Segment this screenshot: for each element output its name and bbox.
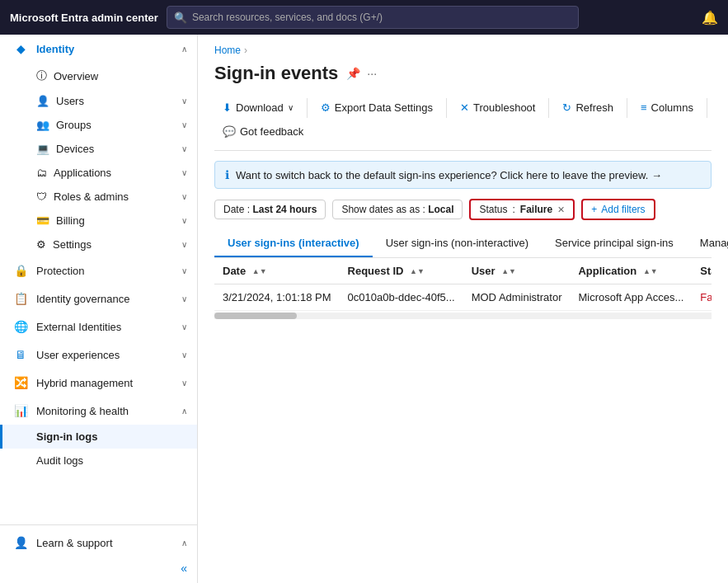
users-icon: 👤 <box>36 95 49 107</box>
date-filter-label: Date <box>223 204 244 215</box>
breadcrumb-home[interactable]: Home <box>214 45 241 56</box>
sidebar-item-settings[interactable]: ⚙ Settings ∨ <box>0 233 197 256</box>
breadcrumb-sep: › <box>244 45 247 56</box>
tab-managed-identity[interactable]: Managed identity <box>687 230 728 257</box>
chevron-down-icon: ∨ <box>181 294 187 303</box>
sidebar-collapse-button[interactable]: « <box>0 557 197 580</box>
sidebar-item-billing[interactable]: 💳 Billing ∨ <box>0 209 197 233</box>
top-bar: Microsoft Entra admin center 🔍 🔔 <box>0 0 728 35</box>
chevron-down-icon: ∨ <box>181 216 187 225</box>
search-icon: 🔍 <box>174 12 187 24</box>
refresh-button[interactable]: ↻ Refresh <box>554 97 622 118</box>
chevron-down-icon: ∨ <box>181 96 187 106</box>
collapse-icon: « <box>181 562 187 575</box>
search-input[interactable] <box>192 12 571 23</box>
more-options-icon[interactable]: ··· <box>367 67 377 80</box>
sidebar-item-devices[interactable]: 💻 Devices ∨ <box>0 137 197 161</box>
sidebar-item-protection[interactable]: 🔒 Protection ∨ <box>0 256 197 284</box>
status-filter-chip[interactable]: Status : Failure ✕ <box>469 199 575 220</box>
info-icon: ℹ <box>225 168 229 181</box>
sidebar-item-user-exp[interactable]: 🖥 User experiences ∨ <box>0 341 197 369</box>
sort-request-id-icon: ▲▼ <box>410 268 425 275</box>
chevron-down-icon: ∨ <box>181 266 187 275</box>
date-filter-chip[interactable]: Date : Last 24 hours <box>214 200 326 219</box>
scrollbar-thumb <box>214 313 297 319</box>
sidebar-item-groups[interactable]: 👥 Groups ∨ <box>0 113 197 137</box>
tab-non-interactive[interactable]: User sign-ins (non-interactive) <box>373 230 542 257</box>
sidebar-item-overview[interactable]: ⓘ Overview <box>0 63 197 89</box>
col-date[interactable]: Date ▲▼ <box>214 258 340 284</box>
col-application[interactable]: Application ▲▼ <box>570 258 692 284</box>
sidebar-item-external[interactable]: 🌐 External Identities ∨ <box>0 313 197 341</box>
learn-icon: 👤 <box>13 535 28 550</box>
sidebar-item-audit-logs[interactable]: Audit logs <box>0 449 197 473</box>
sort-user-icon: ▲▼ <box>501 268 516 275</box>
cell-application: Microsoft App Acces... <box>570 284 692 311</box>
external-icon: 🌐 <box>13 319 28 334</box>
settings-icon: ⚙ <box>36 238 46 251</box>
chevron-up-icon: ∧ <box>181 538 187 548</box>
cell-status: Failure <box>692 284 712 311</box>
sidebar-item-identity-gov[interactable]: 📋 Identity governance ∨ <box>0 284 197 313</box>
page-title: Sign-in events <box>214 63 338 84</box>
chevron-down-icon: ∨ <box>181 378 187 388</box>
status-filter-value: Failure <box>520 204 552 215</box>
sidebar-item-hybrid[interactable]: 🔀 Hybrid management ∨ <box>0 369 197 397</box>
search-box[interactable]: 🔍 <box>167 6 579 29</box>
toolbar: ⬇ Download ∨ ⚙ Export Data Settings ✕ Tr… <box>214 97 712 151</box>
date-filter-value: Last 24 hours <box>252 204 317 215</box>
identity-gov-icon: 📋 <box>13 291 28 306</box>
col-user[interactable]: User ▲▼ <box>463 258 571 284</box>
col-request-id[interactable]: Request ID ▲▼ <box>340 258 463 284</box>
roles-icon: 🛡 <box>36 190 47 203</box>
breadcrumb: Home › <box>214 45 712 56</box>
table-row[interactable]: 3/21/2024, 1:01:18 PM 0c010a0b-ddec-40f5… <box>214 284 712 311</box>
download-button[interactable]: ⬇ Download ∨ <box>214 97 302 118</box>
horizontal-scrollbar[interactable] <box>214 313 712 319</box>
show-dates-filter-chip[interactable]: Show dates as as : Local <box>332 200 463 219</box>
sign-in-table: Date ▲▼ Request ID ▲▼ User ▲▼ <box>214 258 712 311</box>
chevron-up-icon: ∧ <box>181 45 187 54</box>
status-filter-label: Status <box>479 204 507 215</box>
filter-row: Date : Last 24 hours Show dates as as : … <box>214 199 712 220</box>
feedback-button[interactable]: 💬 Got feedback <box>214 121 312 142</box>
sidebar-item-users[interactable]: 👤 Users ∨ <box>0 89 197 113</box>
tabs: User sign-ins (interactive) User sign-in… <box>214 230 712 258</box>
troubleshoot-button[interactable]: ✕ Troubleshoot <box>452 97 543 118</box>
cell-user: MOD Administrator <box>463 284 571 311</box>
cell-date: 3/21/2024, 1:01:18 PM <box>214 284 340 311</box>
columns-button[interactable]: ≡ Columns <box>632 97 702 118</box>
identity-icon: ◆ <box>13 41 28 56</box>
content-inner: Home › Sign-in events 📌 ··· ⬇ Download ∨ <box>198 35 728 583</box>
toolbar-divider-4 <box>627 98 627 118</box>
sidebar-item-roles[interactable]: 🛡 Roles & admins ∨ <box>0 185 197 209</box>
show-dates-label: Show dates as <box>341 204 406 215</box>
add-filters-button[interactable]: + Add filters <box>581 199 655 220</box>
sidebar-item-applications[interactable]: 🗂 Applications ∨ <box>0 161 197 185</box>
hybrid-icon: 🔀 <box>13 375 28 390</box>
pin-icon[interactable]: 📌 <box>346 67 360 80</box>
overview-icon: ⓘ <box>36 68 47 83</box>
export-button[interactable]: ⚙ Export Data Settings <box>312 97 441 118</box>
sidebar-item-monitoring[interactable]: 📊 Monitoring & health ∧ <box>0 397 197 425</box>
monitoring-icon: 📊 <box>13 403 28 418</box>
tab-interactive[interactable]: User sign-ins (interactive) <box>214 230 373 257</box>
groups-icon: 👥 <box>36 119 49 131</box>
content-area: Home › Sign-in events 📌 ··· ⬇ Download ∨ <box>198 35 728 583</box>
chevron-down-icon: ∨ <box>181 240 187 249</box>
export-icon: ⚙ <box>321 101 331 114</box>
add-filters-label: Add filters <box>601 204 645 215</box>
col-status[interactable]: Status <box>692 258 712 284</box>
toolbar-divider-5 <box>707 98 707 118</box>
status-filter-close-icon[interactable]: ✕ <box>557 205 565 215</box>
show-dates-value: Local <box>428 204 453 215</box>
troubleshoot-icon: ✕ <box>460 101 469 114</box>
notification-icon[interactable]: 🔔 <box>702 10 718 26</box>
sort-application-icon: ▲▼ <box>643 268 658 275</box>
sidebar-item-identity[interactable]: ◆ Identity ∧ <box>0 35 197 63</box>
devices-icon: 💻 <box>36 143 49 155</box>
info-banner: ℹ Want to switch back to the default sig… <box>214 161 712 189</box>
tab-service-principal[interactable]: Service principal sign-ins <box>542 230 687 257</box>
sidebar-item-sign-in-logs[interactable]: Sign-in logs <box>0 425 197 449</box>
sidebar-item-learn[interactable]: 👤 Learn & support ∧ <box>0 529 197 557</box>
